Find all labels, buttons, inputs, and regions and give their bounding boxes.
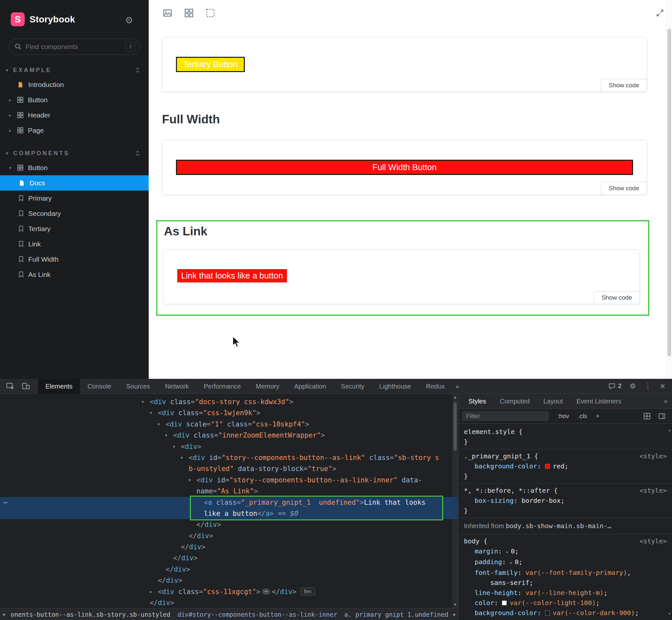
sidebar-item-introduction[interactable]: Introduction <box>0 77 149 92</box>
computed-grid-icon[interactable] <box>643 413 651 420</box>
css-property[interactable]: padding: ▸0; <box>458 557 672 568</box>
devtools-tab-lighthouse[interactable]: Lighthouse <box>372 379 418 394</box>
dom-tree-line[interactable]: <a class="_primary_gnipt_1 undefined">Li… <box>0 497 458 508</box>
css-property[interactable]: background-color: var(--color-dark-900); <box>458 608 672 618</box>
new-style-rule-button[interactable]: + <box>596 413 599 420</box>
expand-longhand-icon[interactable]: ▸ <box>506 549 509 555</box>
breadcrumb-item[interactable]: a._primary_gnipt_1.undefined <box>341 611 451 618</box>
breadcrumb-scroll-left-icon[interactable]: ◀ <box>0 612 7 617</box>
devtools-settings-icon[interactable]: ⚙ <box>629 382 636 391</box>
scroll-up-icon[interactable]: ▲ <box>667 425 672 435</box>
dom-tree-line[interactable]: </div> <box>0 541 458 553</box>
expand-all-icon[interactable] <box>135 150 140 156</box>
sidebar-item-primary[interactable]: Primary <box>0 191 149 206</box>
full-width-button-preview[interactable]: Full Width Button <box>176 160 633 175</box>
styles-tab-layout[interactable]: Layout <box>536 394 570 409</box>
expand-longhand-icon[interactable]: ▸ <box>510 560 513 565</box>
chevron-down-icon[interactable]: ▾ <box>8 165 13 171</box>
tertiary-button-preview[interactable]: Tertiary Button <box>176 57 245 72</box>
breadcrumb-item[interactable]: div#story--components-button--as-link-in… <box>174 611 341 618</box>
grid-icon[interactable] <box>185 8 194 17</box>
devtools-tab-sources[interactable]: Sources <box>119 379 157 394</box>
sidebar-item-header[interactable]: ▸Header <box>0 107 149 123</box>
rule-selector[interactable]: element.style <box>464 428 515 435</box>
show-code-button[interactable]: Show code <box>594 291 640 304</box>
dom-tree-line[interactable]: ▾<div class="docs-story css-kdwx3d"> <box>0 396 458 407</box>
sidebar-item-secondary[interactable]: Secondary <box>0 206 149 221</box>
color-swatch[interactable] <box>545 611 550 615</box>
styles-tab-computed[interactable]: Computed <box>493 394 536 409</box>
rule-selector[interactable]: *, *::before, *::after <box>464 486 550 495</box>
background-image-icon[interactable] <box>163 8 172 17</box>
flex-badge[interactable]: flex <box>300 587 315 595</box>
breadcrumb-scroll-right-icon[interactable]: ▶ <box>451 612 458 617</box>
sidebar-item-button[interactable]: ▸Button <box>0 92 149 107</box>
css-property[interactable]: margin: ▸0; <box>458 546 672 557</box>
show-code-button[interactable]: Show code <box>601 79 647 92</box>
show-code-button[interactable]: Show code <box>601 182 647 195</box>
devtools-menu-icon[interactable]: ⋮ <box>644 382 652 391</box>
sidebar-item-tertiary[interactable]: Tertiary <box>0 221 149 236</box>
dom-tree-line[interactable]: ▸<div class="css-11xgcgt">⋯</div>flex <box>0 586 458 597</box>
expand-down-icon[interactable]: ▾ <box>157 419 160 430</box>
style-source-link[interactable]: <style> <box>639 451 667 461</box>
canvas-scrollbar-thumb[interactable] <box>667 29 671 356</box>
dom-tree-line[interactable]: ▾<div class="css-1wjen9k"> <box>0 407 458 418</box>
scroll-down-icon[interactable]: ▼ <box>667 609 672 619</box>
chevron-right-icon[interactable]: ▸ <box>8 127 13 134</box>
sidebar-item-button[interactable]: ▾Button <box>0 160 149 175</box>
style-source-link[interactable]: <style> <box>639 485 667 496</box>
dom-tree-line[interactable]: name="As Link"> <box>0 485 458 497</box>
chevron-right-icon[interactable]: ▸ <box>8 97 13 103</box>
rule-selector[interactable]: ._primary_gnipt_1 <box>464 452 530 460</box>
chevron-right-icon[interactable]: ▸ <box>8 112 13 118</box>
css-property[interactable]: box-sizing: border-box; <box>458 496 672 506</box>
device-toolbar-icon[interactable] <box>22 382 30 390</box>
toggle-hover-state-button[interactable]: :hov <box>557 413 569 420</box>
css-property[interactable]: background-color: red; <box>458 461 672 471</box>
fullscreen-expand-icon[interactable] <box>656 8 665 17</box>
dom-tree-line[interactable]: </div> <box>0 519 458 530</box>
expand-down-icon[interactable]: ▾ <box>165 430 168 441</box>
sidebar-section-header-components[interactable]: ▾COMPONENTS <box>0 146 149 160</box>
dom-tree-line[interactable]: b-unstyled" data-story-block="true"> <box>0 463 458 474</box>
css-property[interactable]: color: var(--color-light-100); <box>458 598 672 608</box>
styles-tab-styles[interactable]: Styles <box>462 394 493 409</box>
styles-filter-input[interactable] <box>462 411 549 421</box>
devtools-tab-console[interactable]: Console <box>80 379 118 394</box>
toggle-classes-button[interactable]: .cls <box>578 413 587 420</box>
dom-tree-line[interactable]: </div> <box>0 597 458 608</box>
dom-tree-line[interactable]: ▾<div id="story--components-button--as-l… <box>0 475 458 485</box>
link-button-preview[interactable]: Link that looks like a button <box>177 269 287 282</box>
css-property[interactable]: font-family: var(--font-family-primary),… <box>458 568 672 588</box>
measure-outline-icon[interactable] <box>206 8 215 17</box>
dom-tree-line[interactable]: </div> <box>0 553 458 564</box>
inline-ellipsis-icon[interactable]: ⋯ <box>262 588 270 595</box>
sidebar-section-header-example[interactable]: ▾EXAMPLE <box>0 63 149 77</box>
dom-tree-line[interactable]: </div> <box>0 575 458 586</box>
dom-tree-line[interactable]: like a button</a> == $0 <box>0 508 458 519</box>
devtools-tab-security[interactable]: Security <box>333 379 372 394</box>
sidebar-item-as-link[interactable]: As Link <box>0 267 149 282</box>
inspect-element-icon[interactable] <box>6 382 15 390</box>
expand-down-icon[interactable]: ▾ <box>172 441 175 452</box>
search-box[interactable]: / <box>9 39 140 55</box>
devtools-tab-redux[interactable]: Redux <box>418 379 452 394</box>
expand-down-icon[interactable]: ▾ <box>180 452 184 463</box>
devtools-tab-performance[interactable]: Performance <box>196 379 249 394</box>
settings-gear-icon[interactable]: ⚙ <box>125 15 133 25</box>
expand-down-icon[interactable]: ▾ <box>141 396 145 407</box>
devtools-tab-elements[interactable]: Elements <box>38 379 80 394</box>
style-source-link[interactable]: <style> <box>639 536 667 546</box>
dom-tree-line[interactable]: ▾<div scale="1" class="css-10skpf4"> <box>0 419 458 430</box>
console-messages-icon[interactable]: 2 <box>608 382 621 390</box>
more-tabs-icon[interactable]: » <box>452 379 462 394</box>
breadcrumb-item[interactable]: onents-button--as-link.sb-story.sb-unsty… <box>7 611 174 618</box>
styles-tab-event-listeners[interactable]: Event Listeners <box>570 394 628 409</box>
dom-tree-line[interactable]: ▾<div id="story--components-button--as-l… <box>0 452 458 463</box>
css-property[interactable]: line-height: var(--line-height-m); <box>458 588 672 598</box>
devtools-close-icon[interactable]: × <box>660 381 665 392</box>
inherited-selector-link[interactable]: body.sb-show-main.sb-main-… <box>506 522 611 530</box>
styles-scrollbar[interactable]: ▲ ▼ <box>667 424 672 620</box>
devtools-tab-application[interactable]: Application <box>287 379 333 394</box>
